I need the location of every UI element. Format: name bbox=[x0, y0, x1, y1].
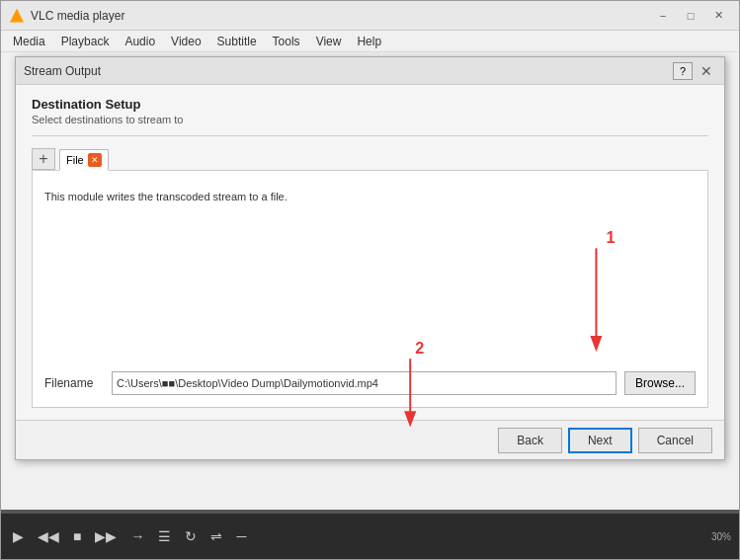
section-title: Destination Setup bbox=[32, 97, 708, 112]
tab-close-icon[interactable]: ✕ bbox=[88, 153, 102, 167]
next-button[interactable]: Next bbox=[568, 428, 632, 453]
file-tab-label: File bbox=[66, 154, 84, 166]
add-destination-button[interactable]: + bbox=[32, 148, 55, 170]
separator bbox=[32, 135, 708, 136]
dialog-title: Stream Output bbox=[24, 64, 673, 78]
stop-button[interactable]: ■ bbox=[69, 526, 85, 546]
menu-audio[interactable]: Audio bbox=[117, 33, 163, 50]
cancel-button[interactable]: Cancel bbox=[638, 428, 712, 453]
volume-area: 30% bbox=[711, 531, 731, 542]
loop-button[interactable]: ↻ bbox=[181, 526, 201, 546]
back-button[interactable]: Back bbox=[498, 428, 562, 453]
close-button[interactable]: ✕ bbox=[705, 6, 731, 26]
minimize-button[interactable]: − bbox=[650, 6, 676, 26]
menu-subtitle[interactable]: Subtitle bbox=[209, 33, 265, 50]
dialog-footer: Back Next Cancel bbox=[16, 420, 724, 459]
controls-bar: ▶ ◀◀ ■ ▶▶ → ☰ ↻ ⇌ ─ 30% bbox=[1, 514, 739, 559]
window-controls: − □ ✕ bbox=[650, 6, 731, 26]
frame-prev-button[interactable]: → bbox=[126, 526, 148, 546]
filename-input[interactable] bbox=[112, 371, 617, 395]
menu-playback[interactable]: Playback bbox=[53, 33, 118, 50]
menu-view[interactable]: View bbox=[308, 33, 350, 50]
dialog-title-bar: Stream Output ? ✕ bbox=[16, 57, 724, 85]
title-bar: VLC media player − □ ✕ bbox=[1, 1, 739, 31]
vlc-icon bbox=[9, 8, 25, 24]
window-title: VLC media player bbox=[31, 9, 650, 23]
menu-bar: Media Playback Audio Video Subtitle Tool… bbox=[1, 31, 739, 52]
toggle-playlist-button[interactable]: ☰ bbox=[154, 526, 175, 546]
section-subtitle: Select destinations to stream to bbox=[32, 114, 708, 125]
module-description: This module writes the transcoded stream… bbox=[44, 183, 696, 210]
vlc-main-window: VLC media player − □ ✕ Media Playback Au… bbox=[0, 0, 740, 560]
next-button-player[interactable]: ▶▶ bbox=[91, 526, 121, 546]
filename-row: Filename Browse... bbox=[44, 371, 696, 395]
dialog-content: Destination Setup Select destinations to… bbox=[16, 85, 724, 420]
tab-bar: + File ✕ bbox=[32, 148, 708, 171]
dialog-help-button[interactable]: ? bbox=[673, 62, 693, 80]
main-area: Stream Output ? ✕ Destination Setup Sele… bbox=[1, 52, 739, 510]
play-button[interactable]: ▶ bbox=[9, 526, 28, 546]
file-tab[interactable]: File ✕ bbox=[59, 149, 109, 171]
prev-button[interactable]: ◀◀ bbox=[34, 526, 63, 546]
menu-media[interactable]: Media bbox=[5, 33, 53, 50]
filename-label: Filename bbox=[44, 376, 104, 390]
volume-text: 30% bbox=[711, 531, 731, 542]
dialog-close-button[interactable]: ✕ bbox=[697, 62, 716, 80]
menu-help[interactable]: Help bbox=[349, 33, 389, 50]
vlc-player-controls: ▶ ◀◀ ■ ▶▶ → ☰ ↻ ⇌ ─ 30% bbox=[1, 510, 739, 559]
menu-video[interactable]: Video bbox=[163, 33, 208, 50]
menu-tools[interactable]: Tools bbox=[265, 33, 308, 50]
progress-bar[interactable] bbox=[1, 510, 739, 514]
stream-output-dialog: Stream Output ? ✕ Destination Setup Sele… bbox=[15, 56, 725, 460]
maximize-button[interactable]: □ bbox=[678, 6, 703, 26]
shuffle-button[interactable]: ⇌ bbox=[206, 526, 226, 546]
content-panel: This module writes the transcoded stream… bbox=[32, 171, 708, 408]
browse-button[interactable]: Browse... bbox=[624, 371, 696, 395]
extended-button[interactable]: ─ bbox=[232, 526, 250, 546]
